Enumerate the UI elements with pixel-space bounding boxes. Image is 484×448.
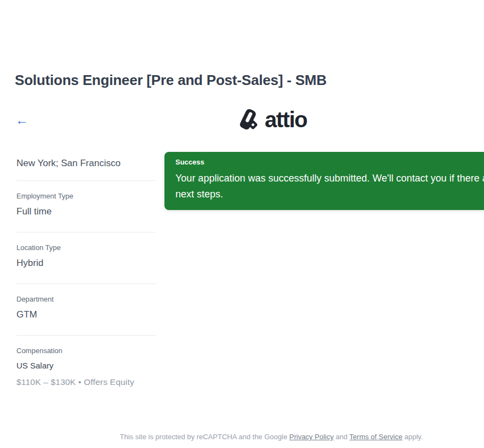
field-location-type: Location Type Hybrid xyxy=(16,232,156,283)
terms-of-service-link[interactable]: Terms of Service xyxy=(349,433,402,441)
compensation-detail: $110K – $130K • Offers Equity xyxy=(16,377,156,387)
page-title: Solutions Engineer [Pre and Post-Sales] … xyxy=(15,72,327,89)
field-value: Full time xyxy=(16,206,156,217)
field-department: Department GTM xyxy=(16,283,156,335)
footer-text-and: and xyxy=(334,433,350,441)
field-label: Compensation xyxy=(16,347,156,355)
toast-message: Your application was successfully submit… xyxy=(175,171,484,202)
footer-text-after: apply. xyxy=(402,433,423,441)
toast-message-line1: Your application was successfully submit… xyxy=(175,171,484,186)
success-toast: Success Your application was successfull… xyxy=(164,152,484,210)
field-label: Location Type xyxy=(16,243,156,252)
footer-text: This site is protected by reCAPTCHA and … xyxy=(119,433,289,441)
toast-title: Success xyxy=(175,158,484,166)
field-value: Hybrid xyxy=(16,258,156,269)
job-details-sidebar: New York; San Francisco Employment Type … xyxy=(16,157,156,402)
field-label: Employment Type xyxy=(16,192,156,200)
field-compensation: Compensation US Salary $110K – $130K • O… xyxy=(16,335,156,402)
toast-message-line2: next steps. xyxy=(175,186,484,202)
privacy-policy-link[interactable]: Privacy Policy xyxy=(289,433,334,441)
compensation-title: US Salary xyxy=(16,361,156,370)
field-label: Department xyxy=(16,295,156,303)
field-value: GTM xyxy=(16,309,156,320)
attio-logo-text: attio xyxy=(265,109,307,131)
company-logo: attio xyxy=(0,107,484,132)
recaptcha-footer: This site is protected by reCAPTCHA and … xyxy=(0,433,484,441)
field-employment-type: Employment Type Full time xyxy=(16,180,156,232)
job-location: New York; San Francisco xyxy=(16,157,156,180)
job-application-page: Solutions Engineer [Pre and Post-Sales] … xyxy=(0,0,484,448)
attio-logo-icon xyxy=(236,107,260,132)
